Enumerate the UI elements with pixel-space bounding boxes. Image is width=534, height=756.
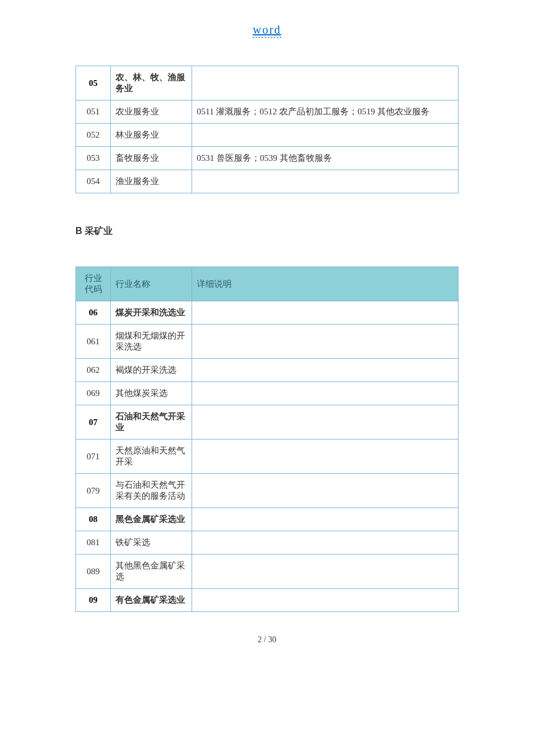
cell-name: 与石油和天然气开采有关的服务活动 bbox=[111, 474, 192, 508]
table-services: 05农、林、牧、渔服务业051农业服务业0511 灌溉服务；0512 农产品初加… bbox=[75, 66, 459, 193]
cell-desc bbox=[192, 66, 459, 100]
cell-name: 有色金属矿采选业 bbox=[111, 589, 192, 612]
section-b-heading: B 采矿业 bbox=[75, 225, 459, 237]
cell-name: 石油和天然气开采业 bbox=[111, 405, 192, 440]
cell-name: 其他煤炭采选 bbox=[111, 382, 192, 405]
cell-name: 黑色金属矿采选业 bbox=[111, 508, 192, 531]
table-mining: 行业代码 行业名称 详细说明 06煤炭开采和洗选业061烟煤和无烟煤的开采洗选0… bbox=[75, 267, 459, 612]
cell-name: 农、林、牧、渔服务业 bbox=[111, 66, 192, 100]
cell-desc bbox=[192, 325, 459, 359]
cell-desc: 0511 灌溉服务；0512 农产品初加工服务；0519 其他农业服务 bbox=[192, 100, 459, 124]
cell-name: 林业服务业 bbox=[111, 124, 192, 147]
cell-code: 079 bbox=[76, 474, 111, 508]
cell-desc bbox=[192, 382, 459, 405]
page-number: 2 / 30 bbox=[0, 635, 534, 645]
table-row: 054渔业服务业 bbox=[76, 170, 459, 193]
table-row: 07石油和天然气开采业 bbox=[76, 405, 459, 440]
cell-name: 畜牧服务业 bbox=[111, 147, 192, 170]
cell-desc bbox=[192, 301, 459, 325]
cell-code: 062 bbox=[76, 359, 111, 382]
cell-code: 071 bbox=[76, 440, 111, 474]
cell-code: 07 bbox=[76, 405, 111, 440]
cell-code: 06 bbox=[76, 301, 111, 325]
header-code: 行业代码 bbox=[76, 267, 111, 301]
cell-desc bbox=[192, 474, 459, 508]
cell-desc bbox=[192, 508, 459, 531]
table-row: 071天然原油和天然气开采 bbox=[76, 440, 459, 474]
table-row: 08黑色金属矿采选业 bbox=[76, 508, 459, 531]
cell-code: 052 bbox=[76, 124, 111, 147]
page-separator: / bbox=[262, 635, 268, 644]
cell-desc bbox=[192, 440, 459, 474]
cell-code: 054 bbox=[76, 170, 111, 193]
cell-code: 08 bbox=[76, 508, 111, 531]
cell-code: 053 bbox=[76, 147, 111, 170]
cell-desc bbox=[192, 531, 459, 555]
table-row: 06煤炭开采和洗选业 bbox=[76, 301, 459, 325]
page-total: 30 bbox=[268, 635, 276, 644]
cell-name: 铁矿采选 bbox=[111, 531, 192, 555]
section-letter: B bbox=[75, 226, 82, 236]
cell-code: 081 bbox=[76, 531, 111, 555]
table-row: 052林业服务业 bbox=[76, 124, 459, 147]
cell-desc: 0531 兽医服务；0539 其他畜牧服务 bbox=[192, 147, 459, 170]
table-row: 061烟煤和无烟煤的开采洗选 bbox=[76, 325, 459, 359]
cell-desc bbox=[192, 405, 459, 440]
word-link[interactable]: word bbox=[252, 23, 281, 38]
cell-name: 煤炭开采和洗选业 bbox=[111, 301, 192, 325]
table-row: 051农业服务业0511 灌溉服务；0512 农产品初加工服务；0519 其他农… bbox=[76, 100, 459, 124]
section-title: 采矿业 bbox=[85, 226, 113, 236]
cell-desc bbox=[192, 589, 459, 612]
cell-name: 农业服务业 bbox=[111, 100, 192, 124]
table-row: 079与石油和天然气开采有关的服务活动 bbox=[76, 474, 459, 508]
cell-code: 09 bbox=[76, 589, 111, 612]
cell-name: 天然原油和天然气开采 bbox=[111, 440, 192, 474]
table-row: 089其他黑色金属矿采选 bbox=[76, 555, 459, 589]
cell-desc bbox=[192, 555, 459, 589]
cell-name: 褐煤的开采洗选 bbox=[111, 359, 192, 382]
table-row: 09有色金属矿采选业 bbox=[76, 589, 459, 612]
cell-desc bbox=[192, 170, 459, 193]
cell-code: 051 bbox=[76, 100, 111, 124]
cell-code: 05 bbox=[76, 66, 111, 100]
header-link: word bbox=[0, 23, 534, 37]
table-row: 062褐煤的开采洗选 bbox=[76, 359, 459, 382]
cell-desc bbox=[192, 124, 459, 147]
main-content: 05农、林、牧、渔服务业051农业服务业0511 灌溉服务；0512 农产品初加… bbox=[0, 66, 534, 612]
table-header-row: 行业代码 行业名称 详细说明 bbox=[76, 267, 459, 301]
cell-code: 069 bbox=[76, 382, 111, 405]
table-row: 05农、林、牧、渔服务业 bbox=[76, 66, 459, 100]
cell-code: 061 bbox=[76, 325, 111, 359]
table-row: 069其他煤炭采选 bbox=[76, 382, 459, 405]
cell-name: 渔业服务业 bbox=[111, 170, 192, 193]
header-desc: 详细说明 bbox=[192, 267, 459, 301]
cell-name: 烟煤和无烟煤的开采洗选 bbox=[111, 325, 192, 359]
page-current: 2 bbox=[258, 635, 262, 644]
table-row: 081铁矿采选 bbox=[76, 531, 459, 555]
cell-name: 其他黑色金属矿采选 bbox=[111, 555, 192, 589]
cell-code: 089 bbox=[76, 555, 111, 589]
header-name: 行业名称 bbox=[111, 267, 192, 301]
table-row: 053畜牧服务业0531 兽医服务；0539 其他畜牧服务 bbox=[76, 147, 459, 170]
cell-desc bbox=[192, 359, 459, 382]
